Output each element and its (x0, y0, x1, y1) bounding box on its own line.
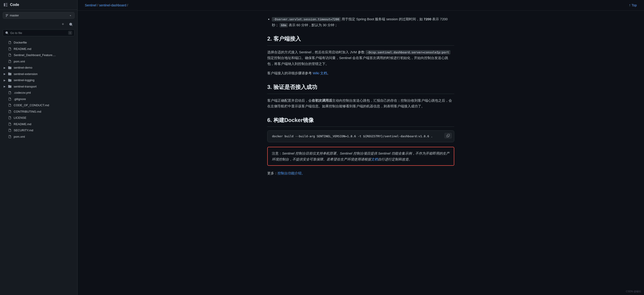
file-item-code-of-conduct[interactable]: CODE_OF_CONDUCT.md (0, 102, 77, 108)
file-item-gitignore[interactable]: .gitignore (0, 96, 77, 102)
folder-name-sentinel-demo: sentinel-demo (14, 66, 32, 70)
breadcrumb-sep2: / (127, 4, 128, 7)
warning-note-label: 注意： (272, 152, 282, 155)
file-item-codecov[interactable]: .codecov.yml (0, 90, 77, 96)
folder-arrow-sentinel-transport: ▶ (4, 84, 6, 88)
file-name-readme: README.md (14, 47, 31, 51)
branch-name: master (10, 14, 19, 17)
folder-name-sentinel-logging: sentinel-logging (14, 78, 34, 82)
file-icon-dockerfile (8, 41, 12, 44)
copy-button[interactable] (444, 133, 452, 138)
branch-selector-left: master (5, 14, 19, 17)
code-block-body: docker build --build-arg SENTINEL_VERSIO… (268, 131, 454, 142)
file-icon-code-of-conduct (8, 104, 12, 107)
folder-icon-sentinel-transport (8, 85, 12, 88)
top-link[interactable]: ↑ Top (629, 3, 637, 7)
section2-jvm-param: -Dcsp.sentinel.dashboard.server=consoleI… (366, 50, 450, 54)
section3-text: 客户端正确配置并启动后，会在初次调用后主动向控制台发送心跳包，汇报自己的存在；控… (267, 98, 452, 108)
folder-item-sentinel-logging[interactable]: ▶ sentinel-logging (0, 77, 77, 84)
file-name-license: LICENSE (14, 116, 26, 120)
file-name-pom-bottom: pom.xml (14, 134, 25, 139)
section2-wiki-before: 客户端接入的详细步骤请参考 (267, 71, 313, 75)
svg-rect-0 (4, 3, 5, 6)
warning-text-italic: Sentinel 控制台目前仅支持单机部署。Sentinel 控制台项目提供 S… (272, 152, 450, 161)
branch-selector[interactable]: master (3, 12, 74, 19)
folder-arrow-sentinel-extension: ▶ (4, 72, 6, 76)
sidebar-toggle-icon[interactable] (4, 3, 8, 7)
main-content: Sentinel / sentinel-dashboard / ↑ Top -D… (78, 0, 644, 295)
file-name-security: SECURITY.md (14, 128, 33, 133)
intro-code-60m: 60m (280, 23, 288, 27)
top-arrow-icon: ↑ (629, 3, 630, 7)
section3-para: 客户端正确配置并启动后，会在初次调用后主动向控制台发送心跳包，汇报自己的存在；控… (267, 98, 454, 109)
wiki-link[interactable]: Wiki 文档 (313, 71, 327, 75)
file-icon-readme (8, 48, 12, 50)
breadcrumb: Sentinel / sentinel-dashboard / (85, 4, 128, 7)
more-feature-link[interactable]: 控制台功能介绍。 (278, 171, 305, 175)
intro-text-2: 表示 60 分钟，默认为 30 分钟； (289, 23, 338, 27)
breadcrumb-repo-link[interactable]: Sentinel (85, 4, 96, 7)
top-label: Top (632, 4, 637, 7)
folder-item-sentinel-extension[interactable]: ▶ sentinel-extension (0, 71, 77, 77)
readme-body: -Dserver.servlet.session.timeout=7200 用于… (258, 11, 464, 194)
file-icon-pom-top (8, 60, 12, 63)
file-icon-pom-bottom (8, 135, 12, 138)
folder-arrow-sentinel-demo: ▶ (4, 66, 6, 70)
file-name-contributing: CONTRIBUTING.md (14, 110, 41, 114)
add-file-button[interactable]: + (60, 21, 66, 28)
svg-rect-1 (6, 3, 8, 4)
file-name-pom-top: pom.xml (14, 59, 25, 64)
file-name-code-of-conduct: CODE_OF_CONDUCT.md (14, 103, 49, 108)
warning-doc-link[interactable]: 文档 (371, 157, 378, 161)
warning-box: 注意：Sentinel 控制台目前仅支持单机部署。Sentinel 控制台项目提… (267, 147, 454, 166)
breadcrumb-bar: Sentinel / sentinel-dashboard / ↑ Top (78, 0, 644, 11)
file-item-sentinel-feature[interactable]: Sentinel_Dashboard_Feature.... (0, 52, 77, 58)
file-item-contributing[interactable]: CONTRIBUTING.md (0, 108, 77, 115)
section2-title: 2. 客户端接入 (267, 34, 454, 46)
section2-wiki-after: 。 (327, 71, 330, 75)
section2-before: 选择合适的方式接入 Sentinel，然后在应用启动时加入 JVM 参数 (267, 50, 366, 54)
folder-item-sentinel-demo[interactable]: ▶ sentinel-demo (0, 64, 77, 71)
more-link-para: 更多：控制台功能介绍。 (267, 170, 454, 176)
search-shortcut: t (68, 31, 72, 35)
file-icon-readme-2 (8, 123, 12, 126)
file-item-readme[interactable]: README.md (0, 46, 77, 52)
warning-text-after: 自行进行定制和改造。 (378, 157, 412, 161)
folder-icon-sentinel-logging (8, 79, 12, 82)
folder-item-sentinel-transport[interactable]: ▶ sentinel-transport (0, 84, 77, 90)
folder-name-sentinel-extension: sentinel-extension (14, 72, 38, 76)
svg-rect-2 (6, 4, 8, 5)
goto-file-search[interactable]: Go to file t (3, 30, 74, 36)
folder-arrow-sentinel-logging: ▶ (4, 78, 6, 82)
section3-title: 3. 验证是否接入成功 (267, 82, 454, 94)
file-item-pom-top[interactable]: pom.xml (0, 58, 77, 65)
file-icon-sentinel-feature (8, 54, 12, 56)
goto-file-label: Go to file (10, 31, 22, 35)
sidebar-title: Code (10, 3, 19, 7)
sidebar: Code master + Go to file t (0, 0, 78, 295)
section2-after: 指定控制台地址和端口。确保客户端有访问量，Sentinel 会在客户端首次调用的… (267, 56, 448, 66)
section6-title: 6. 构建Docker镜像 (267, 116, 454, 127)
file-name-codecov: .codecov.yml (14, 90, 31, 95)
code-block-container: docker build --build-arg SENTINEL_VERSIO… (267, 130, 454, 142)
more-label: 更多： (267, 171, 278, 175)
breadcrumb-folder-link[interactable]: sentinel-dashboard (99, 4, 126, 7)
file-name-gitignore: .gitignore (14, 97, 26, 102)
file-item-license[interactable]: LICENSE (0, 115, 77, 121)
intro-list-item: -Dserver.servlet.session.timeout=7200 用于… (272, 16, 454, 28)
search-file-button[interactable] (67, 22, 74, 27)
file-item-security[interactable]: SECURITY.md (0, 127, 77, 134)
folder-icon-sentinel-demo (8, 66, 12, 69)
section2-para1: 选择合适的方式接入 Sentinel，然后在应用启动时加入 JVM 参数 -Dc… (267, 49, 454, 67)
sidebar-header: Code (0, 0, 77, 10)
file-icon-codecov (8, 91, 12, 94)
intro-code-timeout: -Dserver.servlet.session.timeout=7200 (272, 17, 341, 22)
file-name-sentinel-feature: Sentinel_Dashboard_Feature.... (14, 53, 56, 58)
file-icon-license (8, 116, 12, 119)
file-item-readme-2[interactable]: README.md (0, 121, 77, 128)
section2-para2: 客户端接入的详细步骤请参考 Wiki 文档。 (267, 70, 454, 76)
file-icon-security (8, 129, 12, 132)
breadcrumb-sep1: / (98, 4, 98, 7)
file-item-pom-bottom[interactable]: pom.xml (0, 134, 77, 140)
file-item-dockerfile[interactable]: Dockerfile (0, 40, 77, 46)
